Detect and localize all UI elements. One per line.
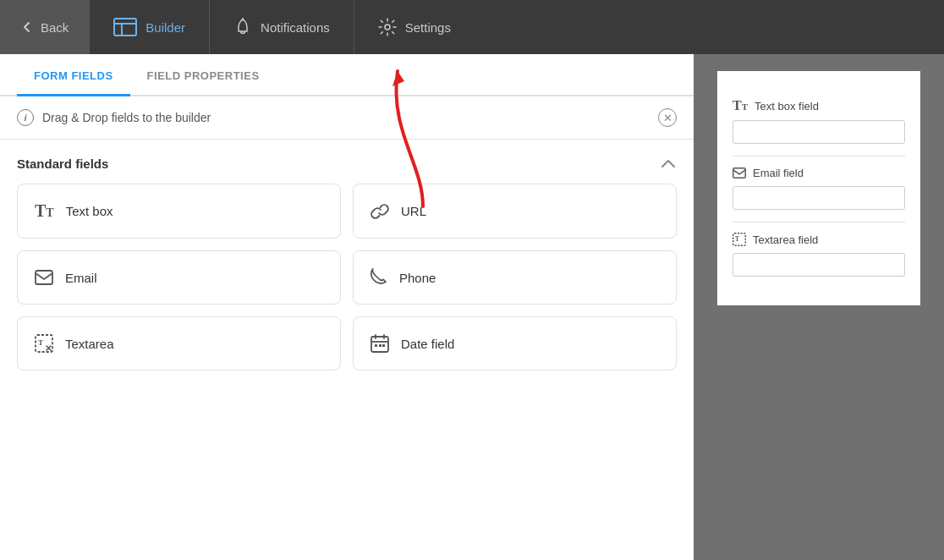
preview-textbox-input[interactable] bbox=[733, 120, 905, 144]
form-preview: TT Text box field Email field bbox=[717, 71, 920, 305]
dismiss-info-button[interactable]: ✕ bbox=[658, 108, 677, 127]
textarea-label: Textarea bbox=[65, 337, 114, 351]
field-item-date[interactable]: Date field bbox=[353, 316, 677, 371]
back-button[interactable]: Back bbox=[0, 0, 90, 54]
svg-rect-15 bbox=[733, 168, 745, 178]
url-icon bbox=[370, 202, 389, 221]
field-item-textbox[interactable]: TT Text box bbox=[17, 184, 341, 239]
preview-email-input[interactable] bbox=[733, 186, 905, 210]
phone-icon bbox=[370, 268, 387, 287]
textarea-icon: T bbox=[35, 334, 53, 353]
svg-text:T: T bbox=[38, 338, 43, 347]
left-panel: FORM FIELDS FIELD PROPERTIES i Drag & Dr… bbox=[0, 54, 694, 560]
phone-label: Phone bbox=[399, 271, 436, 285]
email-label: Email bbox=[65, 271, 97, 285]
tab-form-fields[interactable]: FORM FIELDS bbox=[17, 54, 130, 96]
main-area: FORM FIELDS FIELD PROPERTIES i Drag & Dr… bbox=[0, 54, 944, 560]
svg-point-4 bbox=[385, 25, 390, 30]
svg-rect-13 bbox=[379, 344, 381, 347]
field-item-textarea[interactable]: T Textarea bbox=[17, 316, 341, 371]
preview-textbox-label: TT Text box field bbox=[733, 98, 905, 113]
textbox-label: Text box bbox=[66, 204, 113, 218]
info-icon: i bbox=[17, 109, 34, 126]
preview-textarea-field: T Textarea field bbox=[733, 222, 905, 288]
date-icon bbox=[370, 334, 389, 353]
preview-email-field: Email field bbox=[733, 156, 905, 222]
tabs-bar: FORM FIELDS FIELD PROPERTIES bbox=[0, 54, 694, 96]
builder-nav-item[interactable]: Builder bbox=[90, 0, 210, 54]
back-label: Back bbox=[41, 20, 69, 35]
builder-label: Builder bbox=[145, 20, 185, 35]
top-nav: Back Builder Notifications Settings bbox=[0, 0, 944, 54]
standard-fields-label: Standard fields bbox=[17, 156, 108, 171]
right-panel: TT Text box field Email field bbox=[694, 54, 944, 560]
standard-fields-header: Standard fields bbox=[0, 140, 694, 184]
notifications-icon bbox=[233, 18, 252, 36]
svg-rect-5 bbox=[36, 271, 52, 284]
preview-textarea-icon: T bbox=[733, 233, 746, 246]
preview-email-icon bbox=[733, 167, 746, 178]
svg-rect-0 bbox=[114, 19, 136, 36]
notifications-label: Notifications bbox=[261, 20, 330, 35]
info-bar: i Drag & Drop fields to the builder ✕ bbox=[0, 96, 694, 140]
date-field-label: Date field bbox=[401, 337, 454, 351]
preview-email-label: Email field bbox=[733, 167, 905, 179]
collapse-standard-fields-button[interactable] bbox=[660, 155, 677, 172]
settings-nav-item[interactable]: Settings bbox=[354, 0, 475, 54]
tab-field-properties[interactable]: FIELD PROPERTIES bbox=[130, 54, 277, 96]
field-item-url[interactable]: URL bbox=[353, 184, 677, 239]
field-item-phone[interactable]: Phone bbox=[353, 250, 677, 305]
preview-textarea-input[interactable] bbox=[733, 253, 905, 277]
field-item-email[interactable]: Email bbox=[17, 250, 341, 305]
email-icon bbox=[35, 270, 53, 285]
svg-rect-12 bbox=[375, 344, 377, 347]
notifications-nav-item[interactable]: Notifications bbox=[210, 0, 354, 54]
preview-textbox-field: TT Text box field bbox=[733, 88, 905, 156]
fields-grid: TT Text box URL Email bbox=[0, 184, 694, 387]
preview-textarea-label: T Textarea field bbox=[733, 233, 905, 246]
builder-icon bbox=[113, 18, 137, 36]
preview-textbox-icon: TT bbox=[733, 98, 748, 113]
settings-label: Settings bbox=[405, 20, 451, 35]
back-icon bbox=[20, 20, 34, 34]
svg-text:T: T bbox=[735, 236, 739, 243]
svg-rect-14 bbox=[382, 344, 385, 347]
settings-icon bbox=[378, 18, 397, 36]
info-bar-content: i Drag & Drop fields to the builder bbox=[17, 109, 211, 126]
textbox-icon: TT bbox=[35, 201, 54, 221]
info-message: Drag & Drop fields to the builder bbox=[42, 111, 211, 124]
url-label: URL bbox=[401, 204, 426, 218]
